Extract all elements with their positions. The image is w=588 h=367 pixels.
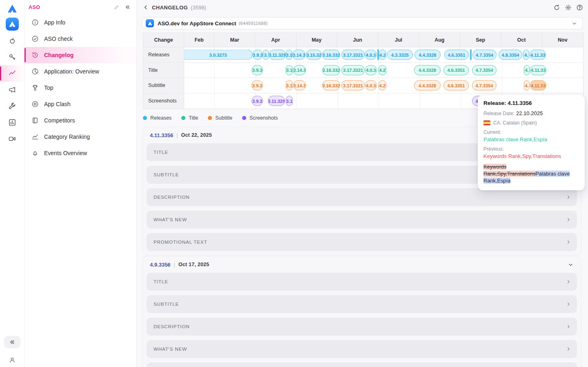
sidebar-item-label: ASO check bbox=[44, 36, 73, 42]
rail-video-icon[interactable] bbox=[0, 131, 24, 147]
changelog-card-header[interactable]: 4.9.3356 | Oct 17, 2025 bbox=[147, 259, 577, 270]
legend-dot-icon bbox=[242, 116, 246, 120]
version-link[interactable]: 4.9.3356 bbox=[150, 262, 171, 268]
rail-wrench-icon[interactable] bbox=[0, 98, 24, 114]
version-pill[interactable]: 4.4.3328 bbox=[414, 80, 441, 91]
refresh-icon[interactable] bbox=[553, 4, 560, 11]
section-row-title[interactable]: TITLE bbox=[147, 273, 577, 291]
version-pill[interactable]: 3.17.3321 bbox=[341, 80, 365, 91]
edit-pencil-icon[interactable] bbox=[114, 4, 120, 10]
version-pill[interactable]: 3.11.329 bbox=[268, 96, 285, 106]
version-pill[interactable]: 3.11.329 bbox=[269, 50, 286, 60]
section-row-promotional-text[interactable]: PROMOTIONAL TEXT bbox=[147, 363, 577, 367]
rail-key-icon[interactable] bbox=[0, 49, 24, 65]
version-pill[interactable]: 3.1 bbox=[286, 50, 292, 60]
collapse-icon bbox=[9, 339, 16, 345]
section-row-description[interactable]: DESCRIPTION bbox=[147, 188, 577, 206]
divider: | bbox=[174, 262, 175, 268]
sidebar-item-app-clash[interactable]: App Clash bbox=[24, 96, 136, 112]
tooltip-current-value: Palabras clave Rank,Espía bbox=[483, 136, 579, 142]
rail-line-chart-icon[interactable] bbox=[0, 65, 24, 82]
version-pill[interactable]: 3.17.3321 bbox=[341, 65, 365, 75]
version-pill[interactable]: 3.9.3 bbox=[252, 80, 263, 91]
row-label: Title bbox=[143, 63, 184, 78]
rail-apple-icon[interactable] bbox=[0, 33, 24, 49]
section-row-subtitle[interactable]: SUBTITLE bbox=[147, 295, 577, 313]
version-pill[interactable]: 3.9.3 bbox=[252, 50, 263, 60]
chevron-down-icon[interactable] bbox=[568, 262, 574, 268]
version-pill[interactable]: 3.9.3 bbox=[252, 65, 263, 75]
sidebar-item-app-info[interactable]: App Info bbox=[24, 14, 136, 31]
sidebar-item-events-overview[interactable]: Events Overview bbox=[24, 145, 136, 161]
version-pill[interactable]: 3.15.32 bbox=[306, 50, 322, 60]
sidebar-item-competitors[interactable]: Competitors bbox=[24, 112, 136, 129]
aso-app-tile-icon[interactable] bbox=[6, 18, 19, 31]
app-selector[interactable]: ASO.dev for AppStore Connect (6445911688… bbox=[142, 17, 583, 29]
version-pill[interactable]: 4. bbox=[524, 65, 530, 75]
sidebar-item-changelog[interactable]: Changelog bbox=[24, 47, 136, 63]
version-pill[interactable]: 4.11.33 bbox=[530, 50, 546, 60]
back-chevron-icon[interactable] bbox=[143, 4, 149, 11]
tooltip-date-value: 22.10.2025 bbox=[516, 110, 543, 116]
column-header-apr: Apr bbox=[255, 33, 296, 47]
version-pill[interactable]: 3.14.3 bbox=[293, 65, 306, 75]
version-pill-narrow[interactable] bbox=[470, 49, 472, 60]
version-pill[interactable]: 4.11.33 bbox=[530, 80, 546, 91]
legend-item-title: Title bbox=[181, 115, 198, 121]
sidebar-collapse-icon[interactable] bbox=[125, 4, 131, 10]
version-pill[interactable]: 4.7.3354 bbox=[472, 50, 497, 60]
version-pill[interactable]: 4.0.3 bbox=[365, 80, 377, 91]
version-pill[interactable]: 4.4.3328 bbox=[414, 50, 441, 60]
version-pill[interactable]: 4.2 bbox=[379, 80, 386, 91]
release-date: Oct 22, 2025 bbox=[181, 132, 212, 138]
rail-collapse-button[interactable] bbox=[4, 336, 20, 348]
version-pill[interactable]: 4.6.3351 bbox=[443, 80, 469, 91]
user-account-icon[interactable] bbox=[9, 356, 16, 364]
version-pill[interactable]: 3.16.332 bbox=[322, 50, 340, 60]
section-row-promotional-text[interactable]: PROMOTIONAL TEXT bbox=[147, 233, 577, 251]
version-pill[interactable]: 4.11.33 bbox=[530, 65, 546, 75]
version-pill[interactable]: 3. bbox=[263, 50, 269, 60]
version-pill[interactable]: 4.2 bbox=[379, 50, 386, 60]
version-pill[interactable]: 4. bbox=[524, 80, 530, 91]
rail-megaphone-icon[interactable] bbox=[0, 82, 24, 98]
settings-gear-icon[interactable] bbox=[565, 4, 572, 11]
version-pill[interactable]: 3.14.3 bbox=[293, 80, 306, 91]
version-pill[interactable]: 4.3.3325 bbox=[387, 50, 413, 60]
rail-bar-panel-icon[interactable] bbox=[0, 114, 24, 131]
version-pill[interactable]: 3.1 bbox=[286, 96, 293, 106]
version-pill[interactable]: 4.0.3 bbox=[365, 50, 377, 60]
version-pill[interactable]: 4.6.3351 bbox=[443, 65, 469, 75]
version-pill[interactable]: 4.2 bbox=[379, 65, 386, 75]
version-pill[interactable]: 3.16.332 bbox=[322, 80, 340, 91]
help-icon[interactable] bbox=[576, 4, 583, 11]
version-pill[interactable]: 3.16.332 bbox=[322, 65, 340, 75]
sidebar-item-application-overview[interactable]: Application: Overview bbox=[24, 63, 136, 80]
version-pill[interactable]: 4.7.3354 bbox=[472, 80, 497, 91]
version-pill[interactable]: 3.14.3 bbox=[292, 50, 305, 60]
version-pill[interactable]: 3.9.3 bbox=[252, 96, 263, 106]
version-pill[interactable]: 4.0.3 bbox=[365, 65, 377, 75]
section-row-what-s-new[interactable]: WHAT'S NEW bbox=[147, 211, 577, 229]
section-label: PROMOTIONAL TEXT bbox=[154, 240, 207, 245]
version-pill[interactable]: 4.6.3351 bbox=[444, 50, 469, 60]
sidebar-item-category-ranking[interactable]: Category Ranking bbox=[24, 129, 136, 145]
page-title: CHANGELOG bbox=[152, 4, 188, 11]
version-pill[interactable]: 3.0.3273 bbox=[184, 50, 252, 60]
version-pill[interactable]: 4.8.3354 bbox=[499, 50, 522, 60]
release-tooltip: Release: 4.11.3356 Release Date:22.10.20… bbox=[478, 95, 585, 190]
trophy-icon bbox=[31, 84, 39, 91]
section-row-description[interactable]: DESCRIPTION bbox=[147, 318, 577, 336]
sidebar-item-aso-check[interactable]: ASO check bbox=[24, 31, 136, 47]
sidebar-item-top[interactable]: Top bbox=[24, 80, 136, 96]
version-pill[interactable]: 3.17.3321 bbox=[341, 50, 365, 60]
section-row-what-s-new[interactable]: WHAT'S NEW bbox=[147, 340, 577, 358]
version-pill[interactable]: 4.4.3328 bbox=[414, 65, 441, 75]
aso-logo-icon[interactable] bbox=[7, 3, 18, 14]
version-pill[interactable]: 3.1 bbox=[286, 80, 293, 91]
version-pill[interactable]: 3.1 bbox=[286, 65, 293, 75]
version-pill[interactable]: 4.7.3354 bbox=[472, 65, 497, 75]
version-pill[interactable]: 4. bbox=[523, 50, 529, 60]
app-name: ASO.dev for AppStore Connect bbox=[158, 20, 236, 27]
version-link[interactable]: 4.11.3356 bbox=[150, 132, 173, 138]
